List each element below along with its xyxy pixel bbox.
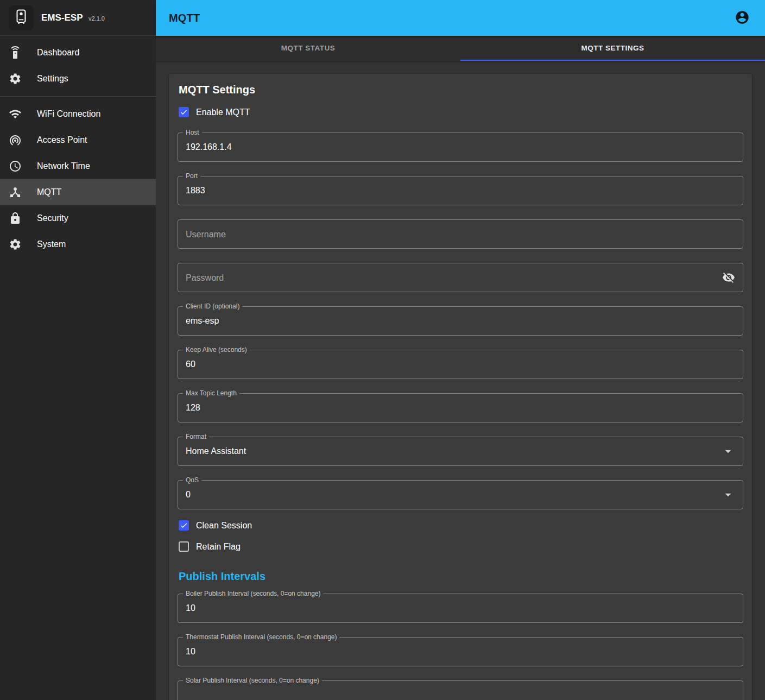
visibility-off-icon[interactable] <box>722 271 735 284</box>
retain-flag-checkbox[interactable]: Retain Flag <box>178 537 242 556</box>
page-title: MQTT <box>169 12 200 24</box>
field-label: Keep Alive (seconds) <box>183 346 250 354</box>
field-placeholder: Password <box>186 274 224 282</box>
appbar: MQTT <box>156 0 765 36</box>
field-value: Home Assistant <box>186 446 246 456</box>
remote-icon <box>9 46 22 59</box>
dropdown-arrow-icon <box>721 444 735 458</box>
tabbar: MQTT STATUS MQTT SETTINGS <box>156 36 765 61</box>
app-title-group: EMS-ESP v2.1.0 <box>41 12 105 23</box>
sidebar-item-dashboard[interactable]: Dashboard <box>0 40 156 66</box>
enable-mqtt-checkbox[interactable]: Enable MQTT <box>178 103 251 122</box>
checkbox-label: Retain Flag <box>196 542 241 552</box>
app-logo <box>9 5 34 30</box>
sidebar: EMS-ESP v2.1.0 Dashboard Settings <box>0 0 156 700</box>
sidebar-item-label: MQTT <box>37 187 61 197</box>
card-title: MQTT Settings <box>179 84 743 96</box>
tab-mqtt-status[interactable]: MQTT STATUS <box>156 36 460 61</box>
ems-esp-app: EMS-ESP v2.1.0 Dashboard Settings <box>0 0 765 700</box>
field-label: Port <box>183 172 200 180</box>
wifi-icon <box>9 108 22 121</box>
field-label: Boiler Publish Interval (seconds, 0=on c… <box>183 590 323 598</box>
sidebar-item-label: System <box>37 239 66 249</box>
dropdown-arrow-icon <box>721 488 735 502</box>
field-label: Host <box>183 129 202 137</box>
sidebar-item-label: Security <box>37 213 68 223</box>
sidebar-item-access-point[interactable]: Access Point <box>0 127 156 153</box>
lock-icon <box>9 212 22 225</box>
checkbox-label: Clean Session <box>196 521 252 531</box>
account-button[interactable] <box>731 7 753 29</box>
qos-select[interactable]: QoS 0 <box>178 480 743 509</box>
password-field[interactable]: Password <box>178 263 743 292</box>
gear-icon <box>9 238 22 251</box>
check-icon <box>179 107 189 117</box>
field-value: 0 <box>186 490 191 500</box>
thermostat-publish-interval-field[interactable]: Thermostat Publish Interval (seconds, 0=… <box>178 637 743 666</box>
boiler-icon <box>13 9 29 27</box>
sidebar-item-security[interactable]: Security <box>0 205 156 231</box>
field-label: Thermostat Publish Interval (seconds, 0=… <box>183 633 339 641</box>
sidebar-item-label: Dashboard <box>37 48 79 58</box>
clean-session-checkbox[interactable]: Clean Session <box>178 516 253 535</box>
sidebar-divider <box>0 96 156 97</box>
gear-icon <box>9 72 22 85</box>
max-topic-length-field[interactable]: Max Topic Length 128 <box>178 393 743 422</box>
port-field[interactable]: Port 1883 <box>178 176 743 205</box>
sidebar-item-network-time[interactable]: Network Time <box>0 153 156 179</box>
field-value: 192.168.1.4 <box>186 142 232 152</box>
field-value: 10 <box>186 647 195 657</box>
solar-publish-interval-field[interactable]: Solar Publish Interval (seconds, 0=on ch… <box>178 680 743 700</box>
field-label: Max Topic Length <box>183 389 239 398</box>
device-hub-icon <box>9 186 22 199</box>
app-version: v2.1.0 <box>88 15 105 22</box>
field-value: 60 <box>186 360 195 369</box>
sidebar-header: EMS-ESP v2.1.0 <box>0 0 156 36</box>
sidebar-item-settings[interactable]: Settings <box>0 66 156 92</box>
sidebar-secondary-list: WiFi Connection Access Point Network Tim… <box>0 97 156 261</box>
tab-mqtt-settings[interactable]: MQTT SETTINGS <box>460 36 765 61</box>
client-id-field[interactable]: Client ID (optional) ems-esp <box>178 306 743 336</box>
keep-alive-field[interactable]: Keep Alive (seconds) 60 <box>178 350 743 379</box>
app-title: EMS-ESP <box>41 12 83 23</box>
host-field[interactable]: Host 192.168.1.4 <box>178 133 743 162</box>
field-value: 1883 <box>186 186 205 196</box>
sidebar-primary-list: Dashboard Settings <box>0 36 156 96</box>
format-select[interactable]: Format Home Assistant <box>178 437 743 466</box>
field-label: QoS <box>183 476 201 484</box>
main-area: MQTT MQTT STATUS MQTT SETTINGS MQTT Sett… <box>156 0 765 700</box>
clock-icon <box>9 160 22 173</box>
field-placeholder: Username <box>186 230 226 238</box>
field-label: Format <box>183 433 209 441</box>
sidebar-item-wifi-connection[interactable]: WiFi Connection <box>0 101 156 127</box>
field-value: ems-esp <box>186 316 219 326</box>
content-area: MQTT Settings Enable MQTT Host 192.168.1… <box>156 61 765 700</box>
checkbox-label: Enable MQTT <box>196 108 250 117</box>
sidebar-item-label: WiFi Connection <box>37 109 100 119</box>
field-label: Client ID (optional) <box>183 302 242 311</box>
mqtt-settings-card: MQTT Settings Enable MQTT Host 192.168.1… <box>169 74 752 700</box>
sidebar-item-label: Settings <box>37 74 68 84</box>
wifi-tethering-icon <box>9 134 22 147</box>
sidebar-item-label: Network Time <box>37 161 90 171</box>
field-label: Solar Publish Interval (seconds, 0=on ch… <box>183 677 322 685</box>
check-icon <box>179 541 189 552</box>
check-icon <box>179 520 189 531</box>
username-field[interactable]: Username <box>178 219 743 249</box>
field-value: 128 <box>186 403 200 413</box>
field-value: 10 <box>186 603 195 613</box>
publish-intervals-heading: Publish Intervals <box>179 570 743 583</box>
sidebar-item-mqtt[interactable]: MQTT <box>0 179 156 205</box>
boiler-publish-interval-field[interactable]: Boiler Publish Interval (seconds, 0=on c… <box>178 594 743 623</box>
account-circle-icon <box>735 10 750 27</box>
sidebar-item-system[interactable]: System <box>0 231 156 257</box>
sidebar-item-label: Access Point <box>37 135 87 145</box>
